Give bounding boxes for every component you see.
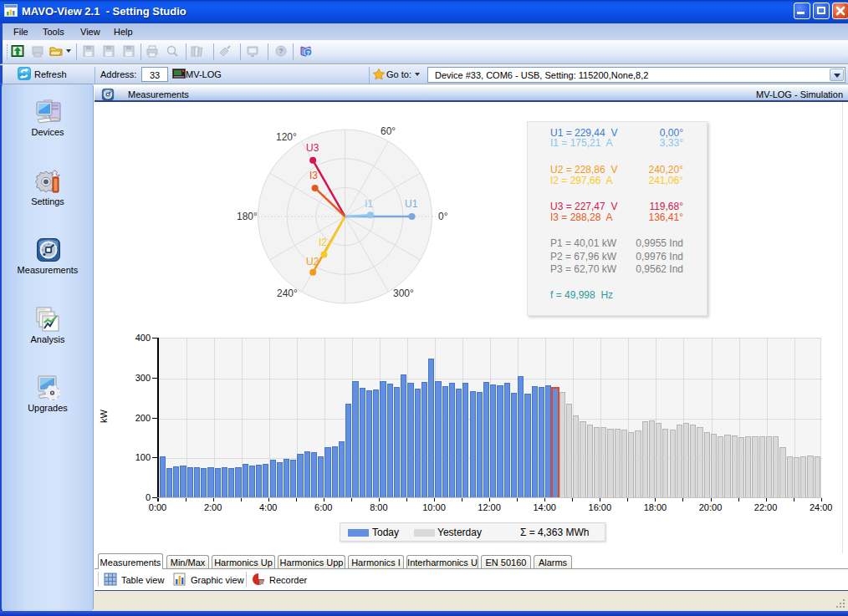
- svg-text:?: ?: [306, 49, 310, 57]
- svg-text:?: ?: [278, 47, 284, 55]
